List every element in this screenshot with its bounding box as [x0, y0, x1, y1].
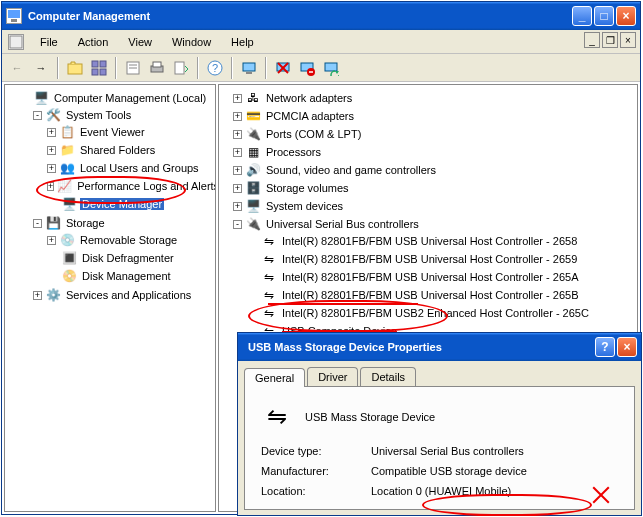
menu-help[interactable]: Help: [223, 34, 262, 50]
tree-event-viewer[interactable]: Event Viewer: [78, 126, 147, 138]
tools-icon: 🛠️: [45, 107, 61, 123]
tree-local-users[interactable]: Local Users and Groups: [78, 162, 201, 174]
nav-back-button: ←: [6, 57, 28, 79]
value-device-type: Universal Serial Bus controllers: [371, 445, 524, 457]
expand-icon[interactable]: +: [233, 166, 242, 175]
expand-icon[interactable]: +: [233, 202, 242, 211]
disable-button[interactable]: [296, 57, 318, 79]
menubar: File Action View Window Help _ ❐ ×: [2, 30, 640, 54]
collapse-icon[interactable]: -: [233, 220, 242, 229]
view-button[interactable]: [88, 57, 110, 79]
tree-shared-folders[interactable]: Shared Folders: [78, 144, 157, 156]
tree-services-apps[interactable]: Services and Applications: [64, 289, 193, 301]
tree-disk-mgmt[interactable]: Disk Management: [80, 270, 173, 282]
pcmcia-icon: 💳: [245, 108, 261, 124]
expand-icon[interactable]: +: [33, 291, 42, 300]
scan-hardware-button[interactable]: [238, 57, 260, 79]
tab-general[interactable]: General: [244, 368, 305, 387]
props-titlebar[interactable]: USB Mass Storage Device Properties ? ×: [238, 333, 641, 361]
users-icon: 👥: [59, 160, 75, 176]
mdi-close-button[interactable]: ×: [620, 32, 636, 48]
mdi-restore-button[interactable]: ❐: [602, 32, 618, 48]
expand-icon[interactable]: +: [233, 130, 242, 139]
close-button[interactable]: ×: [616, 6, 636, 26]
dev-usb-hc1[interactable]: Intel(R) 82801FB/FBM USB Universal Host …: [280, 253, 579, 265]
svg-rect-15: [175, 62, 184, 74]
menu-action[interactable]: Action: [70, 34, 117, 50]
usb-host-icon: ⇋: [261, 287, 277, 303]
tab-details[interactable]: Details: [360, 367, 416, 386]
collapse-icon[interactable]: -: [33, 219, 42, 228]
properties-button[interactable]: [122, 57, 144, 79]
tree-disk-defrag[interactable]: Disk Defragmenter: [80, 252, 176, 264]
dev-network-adapters[interactable]: Network adapters: [264, 92, 354, 104]
tree-storage[interactable]: Storage: [64, 217, 107, 229]
mdi-minimize-button[interactable]: _: [584, 32, 600, 48]
menu-view[interactable]: View: [120, 34, 160, 50]
dev-processors[interactable]: Processors: [264, 146, 323, 158]
dev-sound[interactable]: Sound, video and game controllers: [264, 164, 438, 176]
expand-icon[interactable]: +: [233, 94, 242, 103]
tree-perf-logs[interactable]: Performance Logs and Alerts: [75, 180, 216, 192]
maximize-button[interactable]: □: [594, 6, 614, 26]
tree-root[interactable]: Computer Management (Local): [52, 92, 208, 104]
props-title: USB Mass Storage Device Properties: [248, 341, 595, 353]
print-button[interactable]: [146, 57, 168, 79]
dev-storage-volumes[interactable]: Storage volumes: [264, 182, 351, 194]
network-icon: 🖧: [245, 90, 261, 106]
svg-rect-14: [153, 62, 161, 67]
event-viewer-icon: 📋: [59, 124, 75, 140]
nav-forward-button[interactable]: →: [30, 57, 52, 79]
expand-icon[interactable]: +: [233, 184, 242, 193]
svg-rect-9: [100, 69, 106, 75]
props-help-button[interactable]: ?: [595, 337, 615, 357]
doc-icon: [8, 34, 24, 50]
dev-system-devices[interactable]: System devices: [264, 200, 345, 212]
dev-pcmcia[interactable]: PCMCIA adapters: [264, 110, 356, 122]
toolbar: ← → ?: [2, 54, 640, 82]
menu-window[interactable]: Window: [164, 34, 219, 50]
value-manufacturer: Compatible USB storage device: [371, 465, 527, 477]
scope-tree[interactable]: 🖥️Computer Management (Local) -🛠️System …: [4, 84, 216, 512]
svg-rect-18: [243, 63, 255, 71]
dev-usb-hc2[interactable]: Intel(R) 82801FB/FBM USB Universal Host …: [280, 271, 581, 283]
tree-device-manager[interactable]: Device Manager: [80, 198, 164, 210]
dev-usb-hc0[interactable]: Intel(R) 82801FB/FBM USB Universal Host …: [280, 235, 579, 247]
uninstall-button[interactable]: [272, 57, 294, 79]
up-button[interactable]: [64, 57, 86, 79]
update-driver-button[interactable]: [320, 57, 342, 79]
collapse-icon[interactable]: -: [33, 111, 42, 120]
perf-icon: 📈: [57, 178, 72, 194]
expand-icon[interactable]: +: [233, 112, 242, 121]
label-location: Location:: [261, 485, 371, 497]
export-button[interactable]: [170, 57, 192, 79]
main-titlebar[interactable]: Computer Management _ □ ×: [2, 2, 640, 30]
minimize-button[interactable]: _: [572, 6, 592, 26]
props-close-button[interactable]: ×: [617, 337, 637, 357]
expand-icon[interactable]: +: [47, 182, 54, 191]
label-device-type: Device type:: [261, 445, 371, 457]
expand-icon[interactable]: +: [47, 146, 56, 155]
usb-host-icon: ⇋: [261, 305, 277, 321]
expand-icon[interactable]: +: [47, 236, 56, 245]
dev-usb-hc3[interactable]: Intel(R) 82801FB/FBM USB Universal Host …: [280, 289, 581, 301]
expand-icon[interactable]: +: [47, 128, 56, 137]
props-device-name: USB Mass Storage Device: [305, 411, 435, 423]
props-tabs: General Driver Details: [238, 361, 641, 386]
svg-rect-7: [100, 61, 106, 67]
svg-text:?: ?: [212, 62, 218, 74]
menu-file[interactable]: File: [32, 34, 66, 50]
expand-icon[interactable]: +: [47, 164, 56, 173]
svg-rect-8: [92, 69, 98, 75]
svg-rect-1: [8, 10, 20, 18]
app-icon: [6, 8, 22, 24]
tree-system-tools[interactable]: System Tools: [64, 109, 133, 121]
help-button[interactable]: ?: [204, 57, 226, 79]
device-manager-icon: 🖥️: [61, 196, 77, 212]
expand-icon[interactable]: +: [233, 148, 242, 157]
tree-removable-storage[interactable]: Removable Storage: [78, 234, 179, 246]
dev-ports[interactable]: Ports (COM & LPT): [264, 128, 363, 140]
dev-usb-hc4[interactable]: Intel(R) 82801FB/FBM USB2 Enhanced Host …: [280, 307, 591, 319]
dev-usb-controllers[interactable]: Universal Serial Bus controllers: [264, 218, 421, 230]
tab-driver[interactable]: Driver: [307, 367, 358, 386]
